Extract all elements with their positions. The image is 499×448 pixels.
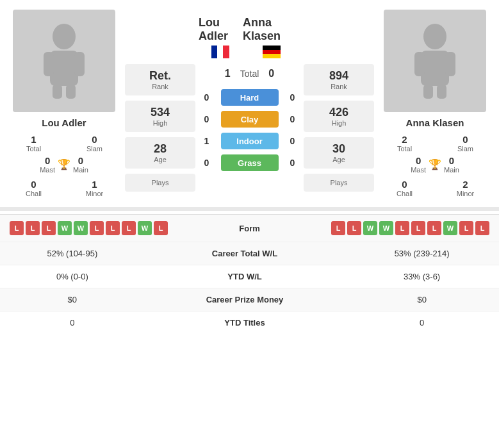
- right-chall-value: 0: [377, 179, 432, 190]
- right-mast-stat: 0 Mast: [411, 155, 426, 174]
- stat-left-val: $0: [0, 288, 145, 311]
- left-trophy-icon: 🏆: [58, 158, 70, 170]
- left-minor-stat: 1 Minor: [67, 179, 122, 197]
- right-main-label: Main: [444, 166, 459, 174]
- left-age-label: Age: [133, 156, 188, 163]
- svg-rect-1: [50, 51, 78, 86]
- left-center-stats: Ret. Rank 534 High 28 Age Plays: [125, 10, 195, 197]
- right-rank-label: Rank: [311, 83, 366, 90]
- left-plays-box: Plays: [125, 174, 195, 192]
- indoor-right: 0: [286, 136, 299, 146]
- right-minor-label: Minor: [438, 190, 493, 197]
- total-left: 1: [225, 68, 231, 79]
- svg-rect-10: [423, 85, 433, 99]
- surface-rows: 0 Hard 0 0 Clay 0 1 Indoor 0: [199, 89, 300, 171]
- hard-left: 0: [200, 92, 213, 103]
- indoor-label: Indoor: [236, 137, 262, 146]
- stats-row: $0 Career Prize Money $0: [0, 288, 499, 311]
- right-trophy-row: 0 Mast 🏆 0 Main: [377, 155, 493, 174]
- form-badge-left: L: [10, 221, 24, 235]
- stat-right-val: $0: [345, 288, 499, 311]
- total-label: Total: [240, 69, 259, 79]
- indoor-left: 1: [200, 136, 213, 146]
- form-badge-left: L: [154, 221, 168, 235]
- right-slam-stat: 0 Slam: [438, 134, 493, 153]
- svg-rect-5: [66, 85, 76, 99]
- form-badge-right: L: [331, 221, 345, 235]
- indoor-badge: Indoor: [221, 133, 279, 149]
- clay-badge: Clay: [221, 111, 279, 128]
- stat-left-val: 0: [0, 311, 145, 335]
- left-high-box: 534 High: [125, 101, 195, 132]
- left-minor-value: 1: [67, 179, 122, 190]
- left-age-value: 28: [133, 142, 188, 156]
- form-badge-left: L: [42, 221, 56, 235]
- left-minor-label: Minor: [67, 190, 122, 197]
- svg-rect-11: [437, 85, 446, 99]
- left-form-badges: LLLWWLLLWL: [10, 221, 168, 235]
- grass-label: Grass: [238, 158, 261, 168]
- svg-rect-4: [53, 85, 62, 99]
- right-age-label: Age: [311, 156, 366, 163]
- left-rank-value: Ret.: [133, 69, 188, 83]
- top-section: Lou Adler 1 Total 0 Slam 0 Mast 🏆 0 Main: [0, 0, 499, 204]
- hard-row: 0 Hard 0: [199, 89, 300, 106]
- clay-right: 0: [286, 114, 299, 124]
- hard-label: Hard: [240, 93, 259, 103]
- right-player-name: Anna Klasen: [406, 117, 464, 128]
- right-chall-stat: 0 Chall: [377, 179, 432, 197]
- left-player-card: Lou Adler 1 Total 0 Slam 0 Mast 🏆 0 Main: [6, 10, 122, 197]
- left-main-value: 0: [73, 155, 88, 166]
- stat-key: Career Prize Money: [145, 288, 345, 311]
- left-player-name: Lou Adler: [42, 117, 86, 128]
- right-trophy-icon: 🏆: [429, 158, 441, 170]
- right-high-box: 426 High: [304, 101, 374, 132]
- left-chall-label: Chall: [6, 190, 61, 197]
- stats-row: 52% (104-95) Career Total W/L 53% (239-2…: [0, 242, 499, 265]
- form-label: Form: [239, 224, 260, 233]
- right-player-silhouette: [409, 22, 461, 99]
- right-rank-value: 894: [311, 69, 366, 83]
- left-age-box: 28 Age: [125, 137, 195, 169]
- left-total-label: Total: [6, 145, 61, 153]
- grass-right: 0: [286, 158, 299, 168]
- grass-left: 0: [200, 158, 213, 168]
- left-chall-stat: 0 Chall: [6, 179, 61, 197]
- right-flag: [263, 46, 281, 58]
- left-total-stat: 1 Total: [6, 134, 61, 153]
- right-chall-label: Chall: [377, 190, 432, 197]
- left-player-photo: [13, 10, 115, 112]
- right-bottom-stats: 0 Chall 2 Minor: [377, 179, 493, 197]
- left-slam-stat: 0 Slam: [67, 134, 122, 153]
- right-total-value: 2: [377, 134, 432, 145]
- right-mast-value: 0: [411, 155, 426, 166]
- right-player-photo: [384, 10, 486, 112]
- right-main-value: 0: [444, 155, 459, 166]
- right-mast-label: Mast: [411, 166, 426, 174]
- right-high-label: High: [311, 119, 366, 127]
- clay-row: 0 Clay 0: [199, 111, 300, 128]
- clay-label: Clay: [241, 115, 258, 124]
- right-form-badges: LLWWLLLWLL: [331, 221, 489, 235]
- right-age-value: 30: [311, 142, 366, 156]
- form-badge-right: L: [475, 221, 489, 235]
- stats-row: 0 YTD Titles 0: [0, 311, 499, 335]
- svg-rect-9: [445, 52, 455, 76]
- form-badge-right: W: [379, 221, 393, 235]
- right-minor-stat: 2 Minor: [438, 179, 493, 197]
- left-slam-value: 0: [67, 134, 122, 145]
- left-rank-label: Rank: [133, 83, 188, 90]
- form-badge-left: L: [122, 221, 136, 235]
- right-high-value: 426: [311, 106, 366, 119]
- left-main-label: Main: [73, 166, 88, 174]
- right-rank-box: 894 Rank: [304, 64, 374, 95]
- left-mast-label: Mast: [40, 166, 55, 174]
- total-right: 0: [268, 68, 274, 79]
- svg-rect-2: [44, 52, 54, 76]
- left-mast-value: 0: [40, 155, 55, 166]
- left-mast-stat: 0 Mast: [40, 155, 55, 174]
- grass-badge: Grass: [221, 154, 279, 171]
- stats-row: 0% (0-0) YTD W/L 33% (3-6): [0, 265, 499, 288]
- section-divider: [0, 207, 499, 211]
- right-plays-box: Plays: [304, 174, 374, 192]
